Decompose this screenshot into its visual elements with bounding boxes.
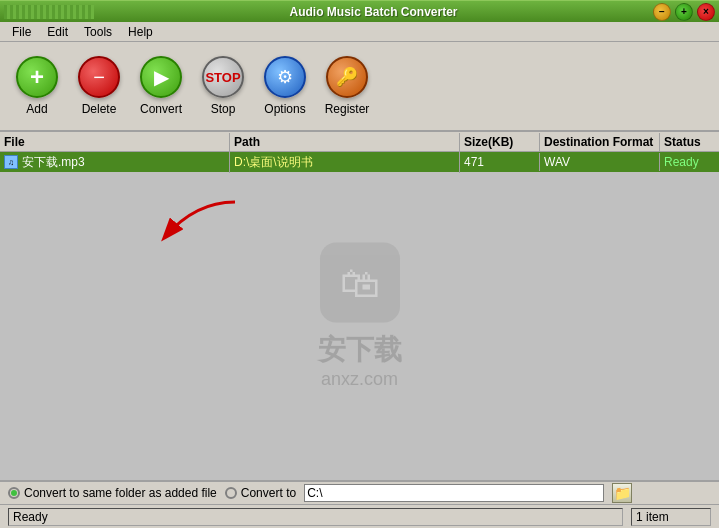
toolbar: + Add − Delete ▶ Convert STOP Stop ⚙ Opt…	[0, 42, 719, 132]
file-cell: ♫ 安下载.mp3	[0, 152, 230, 173]
close-button[interactable]: ×	[697, 3, 715, 21]
status-text-panel: Ready	[8, 508, 623, 526]
col-header-file: File	[0, 133, 230, 151]
window-title: Audio Music Batch Converter	[289, 5, 457, 19]
size-cell: 471	[460, 153, 540, 171]
menu-file[interactable]: File	[4, 23, 39, 41]
options-button[interactable]: ⚙ Options	[256, 46, 314, 126]
stop-button[interactable]: STOP Stop	[194, 46, 252, 126]
col-header-status: Status	[660, 133, 719, 151]
window-controls: − + ×	[653, 3, 715, 21]
add-button[interactable]: + Add	[8, 46, 66, 126]
status-bar: Ready 1 item	[0, 504, 719, 528]
bottom-options: Convert to same folder as added file Con…	[0, 480, 719, 504]
watermark: 🛍 安下载 anxz.com	[318, 243, 402, 390]
register-label: Register	[325, 102, 370, 116]
convert-to-input[interactable]	[304, 484, 604, 502]
register-icon: 🔑	[326, 56, 368, 98]
watermark-text-cn: 安下载	[318, 331, 402, 369]
watermark-icon: 🛍	[320, 243, 400, 323]
minimize-button[interactable]: −	[653, 3, 671, 21]
convert-button[interactable]: ▶ Convert	[132, 46, 190, 126]
file-list-header: File Path Size(KB) Destination Format St…	[0, 132, 719, 152]
radio-convert-to[interactable]: Convert to	[225, 486, 296, 500]
col-header-size: Size(KB)	[460, 133, 540, 151]
stop-label: Stop	[211, 102, 236, 116]
add-label: Add	[26, 102, 47, 116]
col-header-path: Path	[230, 133, 460, 151]
register-button[interactable]: 🔑 Register	[318, 46, 376, 126]
destfmt-cell: WAV	[540, 153, 660, 171]
add-icon: +	[16, 56, 58, 98]
menu-edit[interactable]: Edit	[39, 23, 76, 41]
file-type-icon: ♫	[4, 155, 18, 169]
status-cell: Ready	[660, 153, 719, 171]
delete-button[interactable]: − Delete	[70, 46, 128, 126]
arrow-overlay	[155, 192, 275, 255]
file-name: 安下载.mp3	[22, 154, 85, 171]
status-text: Ready	[13, 510, 48, 524]
menu-tools[interactable]: Tools	[76, 23, 120, 41]
delete-label: Delete	[82, 102, 117, 116]
radio-convert-to-circle	[225, 487, 237, 499]
options-label: Options	[264, 102, 305, 116]
path-cell: D:\桌面\说明书	[230, 152, 460, 173]
title-pattern-left	[4, 5, 94, 19]
radio-same-folder-label: Convert to same folder as added file	[24, 486, 217, 500]
radio-same-folder[interactable]: Convert to same folder as added file	[8, 486, 217, 500]
delete-icon: −	[78, 56, 120, 98]
item-count: 1 item	[636, 510, 669, 524]
convert-label: Convert	[140, 102, 182, 116]
radio-same-folder-circle	[8, 487, 20, 499]
title-bar: Audio Music Batch Converter − + ×	[0, 0, 719, 22]
item-count-panel: 1 item	[631, 508, 711, 526]
main-area: File Path Size(KB) Destination Format St…	[0, 132, 719, 480]
stop-icon: STOP	[202, 56, 244, 98]
browse-folder-button[interactable]: 📁	[612, 483, 632, 503]
maximize-button[interactable]: +	[675, 3, 693, 21]
menu-bar: File Edit Tools Help	[0, 22, 719, 42]
watermark-text-en: anxz.com	[321, 369, 398, 390]
col-header-destfmt: Destination Format	[540, 133, 660, 151]
table-row[interactable]: ♫ 安下载.mp3 D:\桌面\说明书 471 WAV Ready	[0, 152, 719, 172]
radio-convert-to-label: Convert to	[241, 486, 296, 500]
menu-help[interactable]: Help	[120, 23, 161, 41]
options-icon: ⚙	[264, 56, 306, 98]
file-list-body: ♫ 安下载.mp3 D:\桌面\说明书 471 WAV Ready 🛍 安下载 …	[0, 152, 719, 480]
convert-icon: ▶	[140, 56, 182, 98]
